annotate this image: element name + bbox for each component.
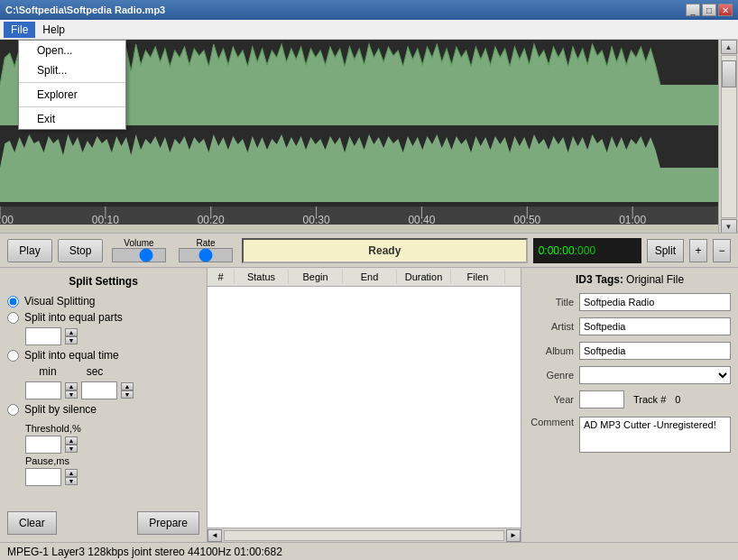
file-menu[interactable]: File — [4, 22, 35, 38]
maximize-button[interactable]: □ — [702, 4, 716, 16]
waveform-bottom[interactable] — [0, 130, 738, 207]
status-display: Ready — [242, 238, 528, 263]
prepare-button[interactable]: Prepare — [137, 511, 199, 535]
explorer-menu-item[interactable]: Explorer — [19, 85, 125, 105]
id3-album-row: Album — [529, 342, 731, 360]
pause-label: Pause,ms — [25, 455, 199, 466]
waveform-ruler: 00:0000:1000:2000:3000:4000:5001:0001:10 — [0, 207, 738, 225]
svg-text:00:00: 00:00 — [0, 214, 14, 225]
table-scroll-left[interactable]: ◄ — [208, 529, 222, 542]
id3-original-file: Original File — [626, 273, 684, 286]
parts-input[interactable]: 2 — [25, 327, 61, 345]
stop-button[interactable]: Stop — [58, 239, 103, 262]
parts-down-btn[interactable]: ▼ — [65, 336, 78, 344]
id3-year-row: Year Track # 0 — [529, 390, 731, 409]
sec-input[interactable]: 30 — [81, 381, 117, 399]
table-header: # Status Begin End Duration Filen — [208, 268, 521, 287]
visual-splitting-label: Visual Splitting — [24, 295, 96, 308]
col-filename: Filen — [451, 270, 505, 284]
sec-up-btn[interactable]: ▲ — [121, 382, 134, 390]
minus-icon: − — [718, 244, 724, 257]
exit-menu-item[interactable]: Exit — [19, 109, 125, 129]
visual-splitting-option: Visual Splitting — [7, 295, 199, 308]
threshold-up-btn[interactable]: ▲ — [65, 436, 78, 445]
track-num: 0 — [675, 394, 680, 405]
equal-time-radio[interactable] — [7, 350, 19, 362]
pause-spinner: ▲ ▼ — [65, 469, 78, 485]
close-button[interactable]: ✕ — [718, 4, 733, 16]
pause-input[interactable]: 200 — [25, 468, 61, 486]
split-settings-panel: Split Settings Visual Splitting Split in… — [0, 268, 208, 542]
title-field-label: Title — [529, 297, 574, 308]
equal-time-label: Split into equal time — [24, 349, 119, 362]
year-field[interactable] — [579, 390, 624, 409]
col-begin: Begin — [289, 270, 343, 284]
sec-spinner: ▲ ▼ — [121, 382, 134, 399]
split-settings-title: Split Settings — [7, 275, 199, 288]
time-ms: :000 — [575, 244, 595, 257]
equal-parts-radio[interactable] — [7, 312, 19, 324]
table-body — [208, 287, 521, 528]
visual-splitting-radio[interactable] — [7, 296, 19, 308]
title-bar: C:\Softpedia\Softpedia Radio.mp3 _ □ ✕ — [0, 0, 738, 20]
play-button[interactable]: Play — [7, 239, 52, 262]
time-input-row: 00 ▲ ▼ 30 ▲ ▼ — [25, 381, 199, 399]
waveform-bottom-svg — [0, 130, 738, 207]
pause-up-btn[interactable]: ▲ — [65, 469, 78, 477]
threshold-down-btn[interactable]: ▼ — [65, 445, 78, 453]
split-menu-item[interactable]: Split... — [19, 60, 125, 80]
genre-field[interactable] — [579, 366, 731, 384]
col-num: # — [208, 270, 235, 284]
split-button[interactable]: Split — [647, 239, 684, 262]
col-status: Status — [235, 270, 289, 284]
parts-up-btn[interactable]: ▲ — [65, 328, 78, 336]
scroll-up-btn[interactable]: ▲ — [721, 40, 737, 54]
silence-radio[interactable] — [7, 404, 19, 416]
waveform-scrollbar-v: ▲ ▼ — [718, 40, 738, 234]
svg-text:00:10: 00:10 — [92, 214, 119, 225]
threshold-input[interactable]: 10 — [25, 436, 61, 454]
rate-slider[interactable] — [179, 248, 233, 262]
threshold-spinner: ▲ ▼ — [65, 436, 78, 453]
bottom-panel: Split Settings Visual Splitting Split in… — [0, 268, 738, 542]
album-field[interactable] — [579, 342, 731, 360]
volume-slider[interactable] — [112, 248, 166, 262]
min-down-btn[interactable]: ▼ — [65, 390, 78, 399]
parts-spinner: ▲ ▼ — [65, 328, 78, 344]
clear-button[interactable]: Clear — [7, 511, 57, 535]
scroll-thumb-v[interactable] — [722, 60, 736, 87]
add-split-button[interactable]: + — [689, 239, 707, 262]
open-menu-item[interactable]: Open... — [19, 41, 125, 60]
volume-control: Volume — [112, 238, 166, 262]
rate-control: Rate — [179, 238, 233, 262]
controls-bar: Play Stop Volume Rate Ready 0:00:00:000 … — [0, 234, 738, 268]
table-scroll-right[interactable]: ► — [506, 529, 521, 542]
sec-label: sec — [72, 365, 117, 378]
table-scrollbar-h: ◄ ► — [208, 528, 521, 542]
help-menu[interactable]: Help — [35, 22, 72, 38]
equal-parts-input-row: 2 ▲ ▼ — [25, 327, 199, 345]
id3-title-row: Title document.querySelector('[data-name… — [529, 293, 731, 311]
min-spinner: ▲ ▼ — [65, 382, 78, 399]
min-input[interactable]: 00 — [25, 381, 61, 399]
scroll-track-v[interactable] — [721, 55, 737, 218]
artist-field[interactable] — [579, 317, 731, 335]
id3-comment-row: Comment AD MP3 Cutter -Unregistered! — [529, 417, 731, 453]
equal-time-option: Split into equal time — [7, 349, 199, 362]
title-field[interactable] — [579, 293, 731, 311]
pause-input-row: 200 ▲ ▼ — [25, 468, 199, 486]
comment-field[interactable]: AD MP3 Cutter -Unregistered! — [579, 417, 731, 453]
scroll-down-btn[interactable]: ▼ — [721, 219, 737, 234]
min-up-btn[interactable]: ▲ — [65, 382, 78, 390]
threshold-label: Threshold,% — [25, 423, 199, 434]
threshold-input-row: 10 ▲ ▼ — [25, 436, 199, 454]
rate-label: Rate — [196, 238, 215, 248]
col-end: End — [343, 270, 397, 284]
status-bar: MPEG-1 Layer3 128kbps joint stereo 44100… — [0, 542, 738, 560]
status-bar-text: MPEG-1 Layer3 128kbps joint stereo 44100… — [7, 546, 282, 558]
pause-down-btn[interactable]: ▼ — [65, 477, 78, 485]
remove-split-button[interactable]: − — [713, 239, 731, 262]
sec-down-btn[interactable]: ▼ — [121, 390, 134, 399]
minimize-button[interactable]: _ — [686, 4, 700, 16]
table-scroll-track[interactable] — [224, 530, 504, 541]
